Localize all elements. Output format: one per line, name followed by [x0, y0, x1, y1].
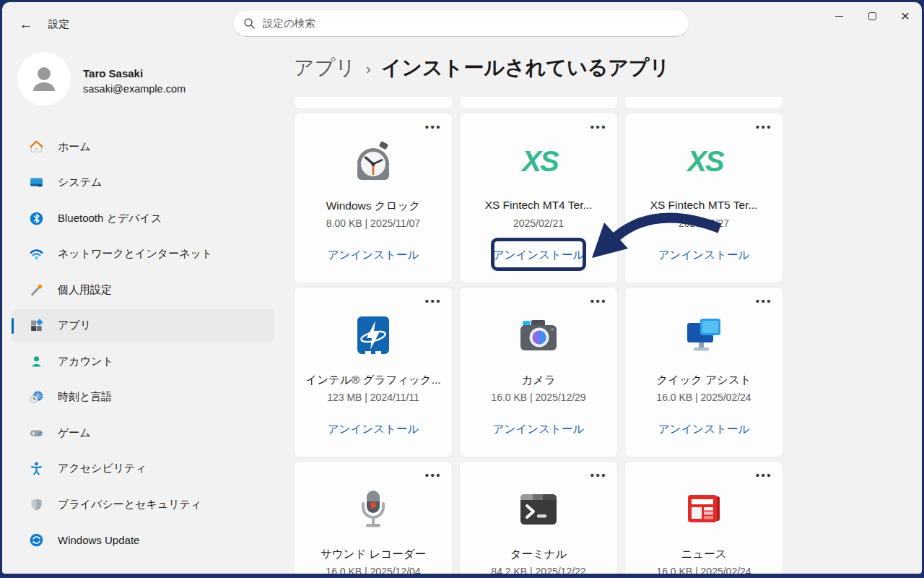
sidebar-item-label: ホーム [58, 140, 91, 154]
profile-name: Taro Sasaki [83, 67, 143, 79]
app-size-date: 16.0 KB | 2025/12/04 [295, 566, 452, 574]
uninstall-button[interactable]: アンインストール [493, 423, 585, 435]
profile-section: Taro Sasaki sasaki@example.com [2, 51, 284, 108]
more-options-icon[interactable]: ••• [756, 295, 772, 307]
back-button[interactable]: ← [15, 14, 37, 35]
clipped-card-bottom [459, 97, 618, 109]
minimize-button[interactable] [822, 2, 855, 30]
sidebar-item-label: ゲーム [58, 426, 91, 440]
app-name: ニュース [625, 547, 783, 562]
settings-window: ← 設定 × Taro Sasaki sasaki@example.com ホー… [2, 2, 922, 574]
uninstall-button[interactable]: アンインストール [658, 423, 750, 435]
terminal-icon [513, 483, 565, 535]
home-icon [28, 139, 44, 155]
sidebar-item-label: Windows Update [58, 534, 139, 546]
xs-icon: XS [513, 135, 565, 187]
close-button[interactable]: × [889, 2, 922, 30]
uninstall-button[interactable]: アンインストール [328, 249, 419, 261]
uninstall-button[interactable]: アンインストール [328, 423, 419, 435]
more-options-icon[interactable]: ••• [590, 121, 607, 133]
quick-assist-icon [678, 309, 730, 361]
uninstall-button[interactable]: アンインストール [658, 249, 750, 261]
uninstall-button[interactable]: アンインストール [493, 249, 585, 261]
app-action: アンインストール [625, 422, 783, 437]
app-card: •••XSXS Fintech MT5 Ter...2025/02/27アンイン… [624, 113, 783, 283]
clipped-card-bottom [624, 97, 783, 109]
search-box[interactable] [232, 9, 689, 37]
search-icon [243, 17, 256, 30]
sidebar-item-personalization[interactable]: 個人用設定 [12, 273, 274, 306]
more-options-icon[interactable]: ••• [425, 295, 442, 307]
app-card: •••サウンド レコーダー16.0 KB | 2025/12/04アンインストー… [294, 461, 453, 574]
app-card: •••インテル® グラフィック...123 MB | 2024/11/11アンイ… [294, 287, 453, 457]
accounts-icon [28, 353, 44, 369]
app-action: アンインストール [625, 248, 783, 263]
app-card: •••ニュース16.0 KB | 2025/02/24アンインストール [624, 461, 783, 574]
sidebar-item-label: アクセシビリティ [58, 462, 147, 475]
sidebar-item-system[interactable]: システム [12, 166, 274, 199]
app-size-date: 8.00 KB | 2025/11/07 [295, 217, 452, 229]
sidebar-item-label: 個人用設定 [58, 283, 112, 297]
app-card: •••Windows クロック8.00 KB | 2025/11/07アンインス… [294, 113, 453, 283]
app-size-date: 16.0 KB | 2025/12/29 [460, 392, 617, 403]
app-name: ターミナル [460, 547, 617, 562]
main-content: アプリ › インストールされているアプリ •••Windows クロック8.00… [284, 47, 922, 574]
apps-list: •••Windows クロック8.00 KB | 2025/11/07アンインス… [294, 97, 783, 574]
news-icon [678, 483, 730, 535]
back-arrow-icon: ← [19, 17, 33, 33]
sidebar-item-label: アプリ [58, 319, 91, 332]
sidebar-nav: ホームシステムBluetooth とデバイスネットワークとインターネット個人用設… [5, 130, 281, 559]
sidebar-item-privacy[interactable]: プライバシーとセキュリティ [12, 488, 274, 521]
app-card: •••XSXS Fintech MT4 Ter...2025/02/21アンイン… [459, 113, 618, 283]
app-size-date: 2025/02/27 [625, 217, 783, 229]
gaming-icon [28, 425, 44, 441]
app-action: アンインストール [295, 422, 452, 437]
search-input[interactable] [263, 17, 679, 29]
sidebar-item-gaming[interactable]: ゲーム [12, 416, 274, 449]
more-options-icon[interactable]: ••• [590, 295, 607, 307]
intel-graphics-icon [347, 309, 399, 361]
maximize-icon [868, 12, 876, 20]
app-name: クイック アシスト [625, 373, 783, 388]
app-name: サウンド レコーダー [295, 547, 452, 562]
breadcrumb-parent[interactable]: アプリ [294, 54, 356, 82]
sidebar-item-apps[interactable]: アプリ [12, 309, 274, 342]
breadcrumb-separator-icon: › [366, 59, 371, 77]
system-icon [28, 175, 44, 191]
windows-update-icon [28, 532, 44, 548]
sidebar-item-accounts[interactable]: アカウント [12, 345, 274, 378]
network-icon [28, 246, 44, 262]
sidebar-item-time-language[interactable]: 時刻と言語 [12, 381, 274, 414]
more-options-icon[interactable]: ••• [425, 469, 442, 481]
sidebar-item-home[interactable]: ホーム [12, 130, 274, 163]
close-icon: × [901, 8, 910, 23]
minimize-icon [835, 16, 843, 17]
app-size-date: 2025/02/21 [460, 217, 617, 229]
maximize-button[interactable] [855, 2, 889, 30]
app-card: •••カメラ16.0 KB | 2025/12/29アンインストール [459, 287, 618, 457]
sidebar-item-label: アカウント [58, 355, 113, 368]
app-size-date: 16.0 KB | 2025/02/24 [625, 392, 783, 403]
app-action: アンインストール [295, 248, 452, 263]
more-options-icon[interactable]: ••• [756, 121, 772, 133]
sidebar-item-windows-update[interactable]: Windows Update [12, 524, 274, 557]
more-options-icon[interactable]: ••• [590, 469, 607, 481]
app-size-date: 123 MB | 2024/11/11 [295, 392, 452, 403]
sidebar-item-network[interactable]: ネットワークとインターネット [12, 238, 274, 271]
app-action: アンインストール [460, 422, 617, 437]
titlebar: ← 設定 × [2, 2, 922, 44]
breadcrumb: アプリ › インストールされているアプリ [294, 54, 670, 82]
more-options-icon[interactable]: ••• [756, 469, 772, 481]
apps-grid: •••Windows クロック8.00 KB | 2025/11/07アンインス… [294, 113, 783, 574]
sidebar-item-label: ネットワークとインターネット [58, 247, 212, 261]
app-action: アンインストール [460, 248, 617, 263]
svg-text:XS: XS [520, 145, 559, 177]
xs-icon: XS [678, 135, 730, 187]
app-name: インテル® グラフィック... [295, 373, 452, 388]
sidebar-item-bluetooth[interactable]: Bluetooth とデバイス [12, 202, 274, 235]
app-card: •••ターミナル84.2 KB | 2025/12/22アンインストール [459, 461, 618, 574]
more-options-icon[interactable]: ••• [425, 121, 442, 133]
sidebar-item-label: プライバシーとセキュリティ [58, 498, 201, 512]
sidebar-item-label: 時刻と言語 [58, 390, 112, 404]
sidebar-item-accessibility[interactable]: アクセシビリティ [12, 452, 274, 486]
